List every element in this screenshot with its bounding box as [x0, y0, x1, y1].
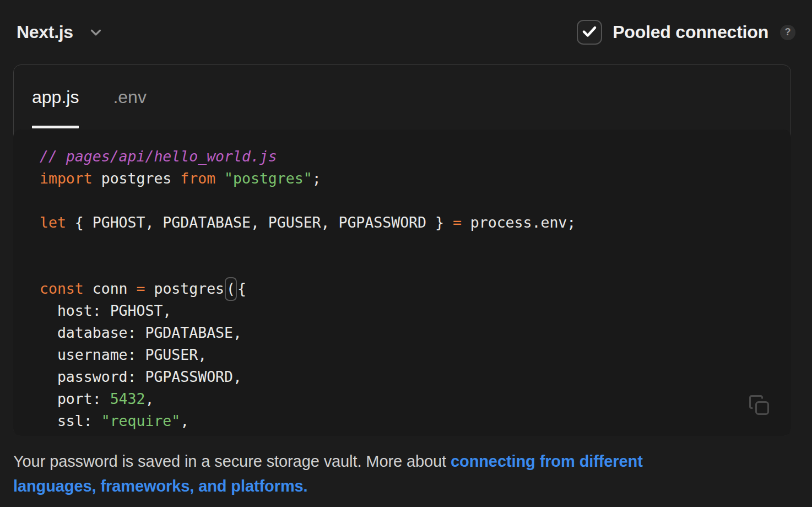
help-icon[interactable]: ?	[780, 25, 795, 40]
tab-app-js[interactable]: app.js	[32, 65, 79, 130]
code-line: ssl: "require",	[40, 410, 780, 432]
tab-env[interactable]: .env	[113, 65, 146, 130]
vault-note-text: Your password is saved in a secure stora…	[13, 452, 451, 470]
pooled-connection-label: Pooled connection	[613, 22, 768, 42]
code-line	[40, 190, 780, 212]
code-line: database: PGDATABASE,	[40, 322, 780, 344]
pooled-connection-group: Pooled connection ?	[577, 20, 795, 45]
code-tabs: app.js.env	[14, 65, 791, 130]
checkmark-icon	[581, 23, 598, 42]
framework-selector[interactable]: Next.js	[17, 22, 104, 42]
code-card: app.js.env // pages/api/hello_world.jsim…	[13, 64, 791, 436]
code-line	[40, 256, 780, 278]
code-line: port: 5432,	[40, 388, 780, 410]
code-line: import postgres from "postgres";	[40, 168, 780, 190]
copy-icon	[747, 393, 771, 417]
code-line: const conn = postgres({	[40, 278, 780, 300]
code-line	[40, 234, 780, 256]
password-vault-note: Your password is saved in a secure stora…	[13, 449, 724, 499]
code-editor: // pages/api/hello_world.jsimport postgr…	[13, 130, 791, 436]
code-line: let { PGHOST, PGDATABASE, PGUSER, PGPASS…	[40, 212, 780, 234]
framework-selector-label: Next.js	[17, 22, 73, 42]
code-line: username: PGUSER,	[40, 344, 780, 366]
connection-topbar: Next.js Pooled connection ?	[0, 0, 812, 64]
code-line: host: PGHOST,	[40, 300, 780, 322]
chevron-down-icon	[88, 24, 104, 41]
code-line: // pages/api/hello_world.js	[40, 145, 780, 168]
code-line: password: PGPASSWORD,	[40, 366, 780, 388]
pooled-connection-checkbox[interactable]	[577, 20, 602, 45]
code-content: // pages/api/hello_world.jsimport postgr…	[13, 130, 791, 436]
copy-button[interactable]	[747, 393, 771, 417]
